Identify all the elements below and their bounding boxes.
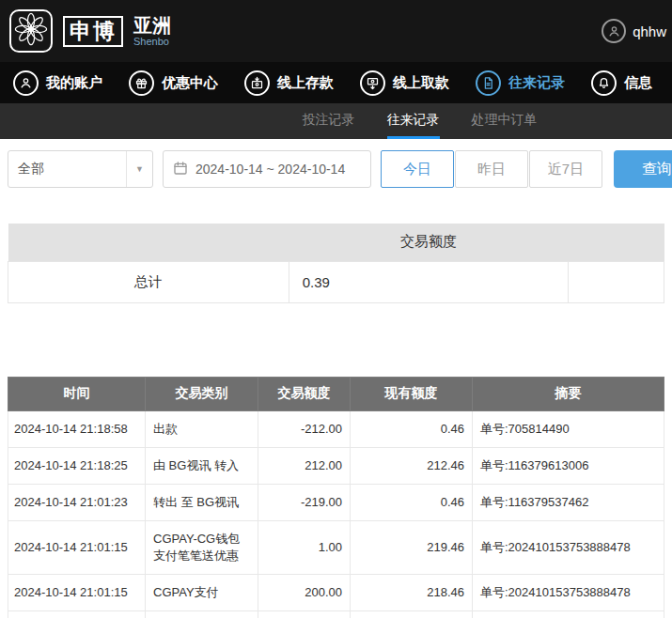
last7days-button[interactable]: 近7日 <box>529 150 602 188</box>
filter-bar: 全部 ▼ 2024-10-14 ~ 2024-10-14 今日 昨日 近7日 查… <box>0 139 672 199</box>
nav-item-promotions[interactable]: 优惠中心 <box>129 70 218 96</box>
table-cell: 18.46 <box>351 610 473 618</box>
table-cell: 单号:202410153753888478 <box>473 574 664 610</box>
table-cell: 218.46 <box>351 574 473 610</box>
brand-subtitle: Shenbo <box>133 36 171 47</box>
tab-bet-records[interactable]: 投注记录 <box>303 103 355 139</box>
summary-header-spacer <box>8 224 289 261</box>
table-cell: 由 BG视讯 转入 <box>146 447 258 484</box>
col-header-time: 时间 <box>8 377 146 410</box>
summary-empty-cell <box>569 261 664 302</box>
col-header-summary: 摘要 <box>473 377 664 410</box>
table-cell: CGPAY-CG钱包支付笔笔送优惠 <box>146 520 258 574</box>
table-cell: 219.46 <box>351 520 473 574</box>
table-cell: 2024-10-14 21:18:25 <box>8 447 146 484</box>
date-range-value: 2024-10-14 ~ 2024-10-14 <box>195 162 345 177</box>
table-cell: 单号:116379537462 <box>473 484 664 520</box>
tab-pending-orders[interactable]: 处理中订单 <box>472 103 538 139</box>
table-cell: 18.00 <box>258 610 351 618</box>
table-cell: 200.00 <box>258 574 351 610</box>
table-row: 2024-10-14 21:00:49活动优惠18.0018.46 <box>8 610 664 618</box>
table-cell: 单号:202410153753888478 <box>473 520 664 574</box>
table-row: 2024-10-14 21:18:58出款-212.000.46单号:70581… <box>8 410 664 447</box>
user-account-area[interactable]: qhhw <box>602 19 666 43</box>
records-icon <box>476 70 501 96</box>
search-button[interactable]: 查询 <box>614 150 672 188</box>
today-button[interactable]: 今日 <box>381 150 454 188</box>
brand-region-block: 亚洲 Shenbo <box>133 15 171 47</box>
nav-item-withdraw[interactable]: 线上取款 <box>360 70 449 96</box>
table-cell: 2024-10-14 21:01:23 <box>8 484 146 520</box>
table-cell: 1.00 <box>258 520 351 574</box>
table-cell: 单号:705814490 <box>473 410 664 447</box>
table-cell: 转出 至 BG视讯 <box>146 484 258 520</box>
summary-header-label: 交易额度 <box>289 224 568 261</box>
deposit-icon <box>244 70 270 96</box>
nav-item-deposit[interactable]: 线上存款 <box>244 70 334 96</box>
summary-header-spacer <box>569 224 664 261</box>
nav-item-transactions[interactable]: 往来记录 <box>476 70 565 96</box>
transactions-header-row: 时间 交易类别 交易额度 现有额度 摘要 <box>8 377 664 410</box>
nav-item-label: 我的账户 <box>46 74 102 92</box>
col-header-amount: 交易额度 <box>258 377 351 410</box>
subnav: 投注记录 往来记录 处理中订单 <box>0 103 672 139</box>
tab-transaction-records[interactable]: 往来记录 <box>387 103 440 139</box>
username: qhhw <box>633 23 666 39</box>
nav-item-label: 往来记录 <box>508 74 565 92</box>
category-select-value: 全部 <box>18 161 44 178</box>
transactions-section: 时间 交易类别 交易额度 现有额度 摘要 2024-10-14 21:18:58… <box>8 377 664 618</box>
summary-table: 交易额度 总计 0.39 <box>8 224 664 303</box>
col-header-type: 交易类别 <box>146 377 258 410</box>
table-cell: 212.46 <box>351 447 473 484</box>
nav-item-label: 信息 <box>624 74 652 92</box>
table-cell: -212.00 <box>258 410 351 447</box>
category-select[interactable]: 全部 ▼ <box>8 150 153 188</box>
summary-header-row: 交易额度 <box>8 224 664 261</box>
summary-section: 交易额度 总计 0.39 <box>8 224 664 303</box>
quick-range-group: 今日 昨日 近7日 <box>381 150 602 188</box>
table-cell: 212.00 <box>258 447 351 484</box>
summary-total-row: 总计 0.39 <box>8 261 664 302</box>
table-cell: 活动优惠 <box>146 610 258 618</box>
chevron-down-icon: ▼ <box>126 151 152 187</box>
nav-item-label: 线上取款 <box>393 74 449 92</box>
table-cell: 2024-10-14 21:01:15 <box>8 520 146 574</box>
table-row: 2024-10-14 21:01:15CGPAY支付200.00218.46单号… <box>8 574 664 610</box>
flower-icon <box>13 11 49 51</box>
nav-item-my-account[interactable]: 我的账户 <box>13 70 102 96</box>
table-row: 2024-10-14 21:01:15CGPAY-CG钱包支付笔笔送优惠1.00… <box>8 520 664 574</box>
nav-item-label: 线上存款 <box>277 74 334 92</box>
user-icon <box>13 70 39 96</box>
table-row: 2024-10-14 21:01:23转出 至 BG视讯-219.000.46单… <box>8 484 664 520</box>
calendar-icon <box>173 161 188 178</box>
nav-item-label: 优惠中心 <box>162 74 218 92</box>
table-cell: -219.00 <box>258 484 351 520</box>
col-header-balance: 现有额度 <box>351 377 473 410</box>
table-cell <box>473 610 664 618</box>
main-nav: 我的账户 优惠中心 线上存款 线上取款 往来记录 信息 <box>0 62 672 103</box>
bell-icon <box>591 70 617 96</box>
yesterday-button[interactable]: 昨日 <box>455 150 528 188</box>
table-cell: CGPAY支付 <box>146 574 258 610</box>
nav-item-messages[interactable]: 信息 <box>591 70 652 96</box>
summary-total-label: 总计 <box>8 261 289 302</box>
table-cell: 2024-10-14 21:18:58 <box>8 410 146 447</box>
brand-logo <box>9 9 53 53</box>
table-cell: 2024-10-14 21:00:49 <box>8 610 146 618</box>
table-cell: 0.46 <box>351 484 473 520</box>
brand-region: 亚洲 <box>133 15 171 36</box>
transactions-body: 2024-10-14 21:18:58出款-212.000.46单号:70581… <box>8 410 664 618</box>
user-avatar-icon <box>602 19 626 43</box>
table-cell: 出款 <box>146 410 258 447</box>
table-cell: 0.46 <box>351 410 473 447</box>
gift-icon <box>129 70 154 96</box>
table-cell: 2024-10-14 21:01:15 <box>8 574 146 610</box>
withdraw-icon <box>360 70 385 96</box>
summary-total-value: 0.39 <box>289 261 568 302</box>
table-cell: 单号:116379613006 <box>473 447 664 484</box>
topbar: 申博 亚洲 Shenbo qhhw <box>0 0 672 62</box>
brand-name: 申博 <box>63 16 123 47</box>
transactions-table: 时间 交易类别 交易额度 现有额度 摘要 2024-10-14 21:18:58… <box>8 377 664 618</box>
date-range-input[interactable]: 2024-10-14 ~ 2024-10-14 <box>163 150 371 188</box>
table-row: 2024-10-14 21:18:25由 BG视讯 转入212.00212.46… <box>8 447 664 484</box>
